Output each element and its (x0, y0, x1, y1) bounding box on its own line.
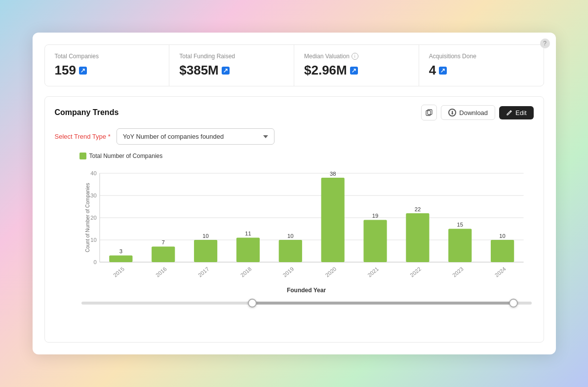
download-button[interactable]: ⬇ Download (441, 105, 495, 120)
slider-track (81, 302, 532, 305)
svg-text:19: 19 (372, 213, 378, 219)
stat-label: Median Valuationi (304, 53, 409, 60)
chart-container: Total Number of Companies Count of Numbe… (55, 153, 534, 334)
stat-value: $385M (179, 63, 284, 78)
svg-text:2016: 2016 (154, 266, 167, 278)
svg-text:2018: 2018 (239, 266, 252, 278)
trend-type-select[interactable]: YoY Number of companies foundedYoY Fundi… (117, 128, 274, 145)
chart-area: Count of Number of Companies 01020304032… (79, 163, 534, 282)
stat-item: Total Funding Raised$385M (169, 45, 294, 86)
svg-text:10: 10 (287, 233, 293, 239)
stats-row: Total Companies159Total Funding Raised$3… (44, 44, 544, 86)
copy-icon (425, 109, 433, 116)
trends-actions: ⬇ Download Edit (421, 105, 533, 120)
trends-header: Company Trends ⬇ Download (55, 105, 534, 120)
trends-section: Company Trends ⬇ Download (44, 96, 544, 343)
svg-text:2024: 2024 (493, 266, 507, 278)
svg-text:38: 38 (329, 171, 335, 177)
trends-title: Company Trends (55, 108, 119, 117)
download-label: Download (459, 109, 488, 116)
svg-text:2020: 2020 (324, 266, 337, 278)
svg-text:30: 30 (90, 193, 96, 198)
svg-text:22: 22 (414, 206, 420, 212)
chart-legend: Total Number of Companies (79, 153, 534, 159)
required-indicator: * (108, 133, 111, 140)
svg-rect-32 (363, 220, 387, 263)
edit-label: Edit (515, 109, 526, 116)
main-card: ? Total Companies159Total Funding Raised… (33, 33, 556, 354)
stat-label: Total Funding Raised (179, 53, 284, 60)
svg-text:20: 20 (90, 215, 96, 221)
trend-type-label: Select Trend Type * (55, 133, 111, 140)
svg-text:10: 10 (499, 233, 505, 239)
svg-rect-17 (152, 247, 175, 263)
svg-text:10: 10 (90, 237, 96, 243)
slider-thumb-left[interactable] (248, 299, 257, 308)
svg-rect-35 (406, 213, 429, 262)
stat-link-icon[interactable] (350, 67, 358, 75)
stat-value: $2.96M (304, 63, 409, 78)
download-circle-icon: ⬇ (448, 109, 456, 116)
help-icon[interactable]: ? (540, 39, 550, 48)
stat-link-icon[interactable] (222, 67, 230, 75)
x-axis-title: Founded Year (79, 287, 534, 294)
stat-link-icon[interactable] (79, 67, 87, 75)
svg-rect-38 (448, 229, 471, 263)
svg-text:7: 7 (161, 240, 164, 246)
svg-text:2015: 2015 (112, 266, 125, 278)
info-icon[interactable]: i (352, 53, 358, 60)
svg-text:40: 40 (90, 170, 96, 176)
svg-text:2017: 2017 (196, 266, 210, 278)
copy-button[interactable] (421, 105, 437, 120)
svg-text:11: 11 (245, 231, 251, 237)
slider-fill (252, 302, 513, 305)
stat-value: 4 (429, 63, 534, 78)
svg-text:15: 15 (457, 222, 463, 228)
legend-label: Total Number of Companies (89, 153, 163, 159)
stat-value: 159 (55, 63, 159, 78)
stat-label: Total Companies (55, 53, 159, 60)
slider-thumb-right[interactable] (509, 299, 518, 308)
svg-text:2019: 2019 (281, 266, 295, 278)
svg-rect-14 (109, 256, 132, 263)
stat-item: Total Companies159 (45, 45, 170, 86)
stat-item: Acquisitions Done4 (419, 45, 544, 86)
svg-text:2022: 2022 (409, 266, 422, 278)
svg-text:0: 0 (93, 259, 96, 265)
pencil-icon (506, 110, 512, 116)
stat-item: Median Valuationi$2.96M (294, 45, 419, 86)
stat-label: Acquisitions Done (429, 53, 534, 60)
bar-chart: 0102030403201572016102017112018102019382… (79, 163, 534, 282)
y-axis-label: Count of Number of Companies (84, 193, 90, 252)
svg-rect-29 (321, 178, 344, 262)
edit-button[interactable]: Edit (499, 106, 533, 119)
stat-link-icon[interactable] (439, 67, 447, 75)
svg-rect-26 (278, 240, 302, 262)
svg-rect-20 (194, 240, 217, 262)
svg-rect-23 (236, 238, 259, 263)
svg-text:2021: 2021 (366, 266, 380, 278)
range-slider (79, 302, 534, 305)
svg-text:3: 3 (119, 249, 122, 255)
svg-text:10: 10 (202, 233, 208, 239)
svg-text:2023: 2023 (451, 266, 464, 278)
legend-color-box (79, 153, 86, 159)
trend-type-row: Select Trend Type * YoY Number of compan… (55, 128, 534, 145)
svg-rect-41 (491, 240, 514, 262)
